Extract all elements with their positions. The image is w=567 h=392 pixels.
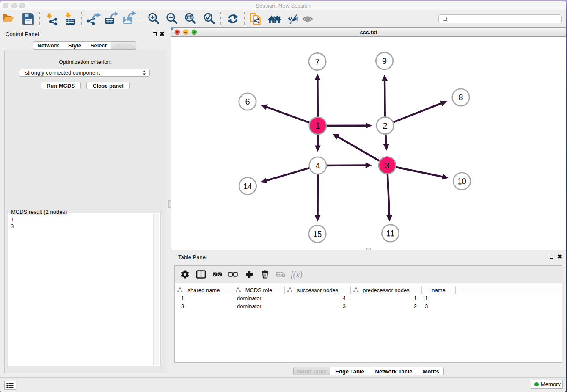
svg-text:f(x): f(x) [291, 270, 303, 279]
svg-text:10: 10 [457, 177, 466, 186]
svg-text:4: 4 [315, 161, 320, 170]
svg-text:6: 6 [245, 97, 250, 106]
svg-text:1: 1 [315, 121, 320, 130]
svg-text:15: 15 [313, 229, 322, 239]
svg-text:14: 14 [243, 182, 252, 191]
svg-text:3: 3 [385, 161, 389, 170]
svg-text:11: 11 [386, 229, 395, 238]
svg-text:8: 8 [458, 93, 463, 102]
svg-text:7: 7 [315, 57, 319, 66]
svg-text:2: 2 [383, 121, 387, 130]
svg-text:9: 9 [382, 56, 387, 66]
